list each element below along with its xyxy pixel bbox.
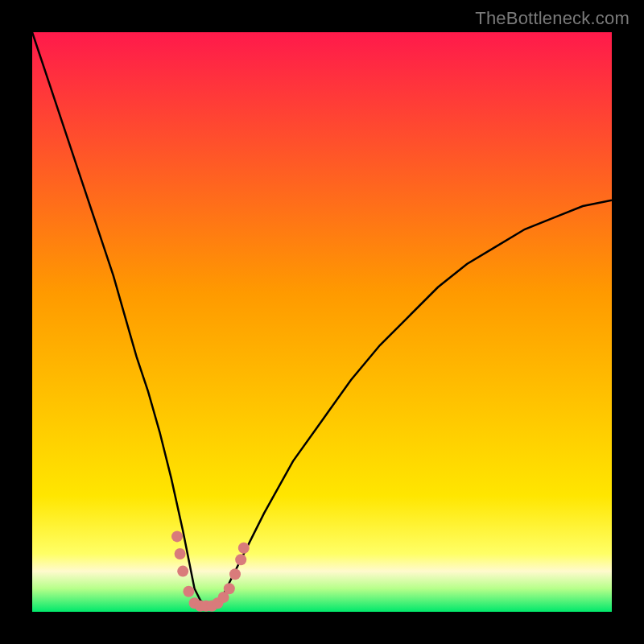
plot-area — [32, 32, 612, 612]
marker-dot — [235, 554, 246, 565]
marker-dot — [224, 583, 235, 594]
marker-dot — [175, 548, 186, 559]
marker-dot — [238, 543, 250, 554]
marker-dot — [177, 566, 188, 577]
marker-dot — [183, 586, 194, 597]
gradient-background — [32, 32, 612, 612]
chart-frame: TheBottleneck.com — [0, 0, 644, 644]
chart-svg — [32, 32, 612, 612]
marker-dot — [171, 530, 183, 542]
watermark-text: TheBottleneck.com — [475, 8, 630, 29]
marker-dot — [229, 568, 241, 580]
